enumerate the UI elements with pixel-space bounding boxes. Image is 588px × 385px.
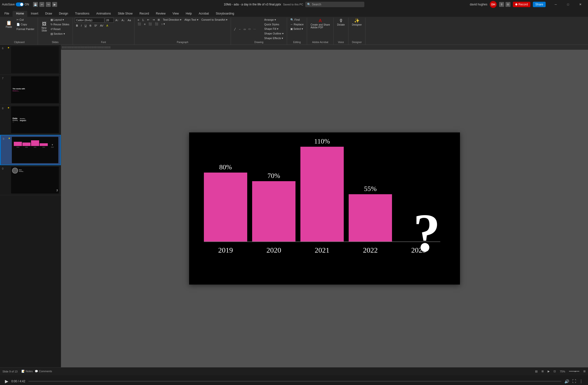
new-slide-button[interactable]: 🖼 NewSlide xyxy=(40,21,49,33)
shadow-button[interactable]: S² xyxy=(93,24,98,28)
minimize-button[interactable]: ─ xyxy=(550,0,561,9)
title-search[interactable]: 🔍 Search xyxy=(305,2,364,7)
shape-outline-button[interactable]: Shape Outline ▾ xyxy=(263,32,285,36)
align-left-button[interactable]: ⬛ xyxy=(136,22,142,26)
decrease-font-button[interactable]: A↓ xyxy=(120,18,126,22)
view-slide-sorter[interactable]: ⊞ xyxy=(542,370,544,373)
user-avatar[interactable]: DH xyxy=(490,1,497,8)
volume-icon[interactable]: 🔊 xyxy=(564,379,569,384)
tab-draw[interactable]: Draw xyxy=(42,11,55,17)
italic-button[interactable]: I xyxy=(80,24,83,28)
font-name-input[interactable] xyxy=(75,18,105,23)
indent-less-button[interactable]: ⇤ xyxy=(146,18,151,22)
zoom-slider[interactable]: ━━━●━━ xyxy=(569,370,579,373)
tab-design[interactable]: Design xyxy=(55,11,71,17)
tab-insert[interactable]: Insert xyxy=(27,11,42,17)
fit-slide-button[interactable]: ⊞ xyxy=(583,370,586,373)
bullets-button[interactable]: ≡ xyxy=(136,18,140,22)
char-spacing-button[interactable]: AV xyxy=(99,24,105,28)
slide-preview-7[interactable]: Tim meets with Mulberry_ xyxy=(11,76,59,103)
tab-review[interactable]: Review xyxy=(152,11,169,17)
slide-preview-9[interactable]: ? 2019 2020 2021 2022 2023 xyxy=(12,137,58,163)
underline-button[interactable]: U xyxy=(84,24,88,28)
tab-view[interactable]: View xyxy=(169,11,182,17)
maximize-button[interactable]: □ xyxy=(562,0,574,9)
cut-button[interactable]: ✂ Cut xyxy=(15,18,36,22)
autosave-toggle[interactable] xyxy=(16,2,24,6)
layout-button[interactable]: ▦ Layout ▾ xyxy=(49,18,71,22)
autosave-control[interactable]: AutoSave ON xyxy=(2,2,29,6)
reuse-slides-button[interactable]: ↻ Reuse Slides xyxy=(49,22,71,27)
font-size-input[interactable] xyxy=(105,18,114,23)
slide-thumb-8[interactable]: 8 ★ Data Modelling — Modelling Impact xyxy=(0,105,61,135)
shape-line[interactable]: ╱ xyxy=(233,27,237,31)
shape-oval[interactable]: ⬭ xyxy=(247,27,252,31)
view-normal[interactable]: ▤ xyxy=(535,370,538,373)
increase-font-button[interactable]: A↑ xyxy=(114,18,120,22)
tab-animations[interactable]: Animations xyxy=(93,11,114,17)
bold-button[interactable]: B xyxy=(75,24,79,28)
undo-icon[interactable]: ↩ xyxy=(39,2,44,7)
present-icon[interactable]: ▶ xyxy=(52,2,57,7)
columns-button[interactable]: ⊞ xyxy=(156,18,161,22)
section-button[interactable]: ▤ Section ▾ xyxy=(49,32,71,36)
slide-thumb-7[interactable]: 7 ★ Tim meets with Mulberry_ xyxy=(0,75,61,105)
text-direction-button[interactable]: Text Direction ▾ xyxy=(162,18,183,22)
comments-button[interactable]: 💬 Comments xyxy=(35,370,52,373)
record-button[interactable]: Record xyxy=(513,2,530,7)
close-button[interactable]: ✕ xyxy=(575,0,586,9)
numbering-button[interactable]: 1. xyxy=(141,18,146,22)
designer-button[interactable]: ✨ Designer xyxy=(350,18,363,27)
shape-effects-button[interactable]: Shape Effects ▾ xyxy=(263,36,285,40)
paste-button[interactable]: 📋 Paste xyxy=(3,20,15,29)
reset-button[interactable]: ↺ Reset xyxy=(49,27,71,31)
slide-preview-6[interactable]: Capacity Crisis? xyxy=(11,46,59,73)
select-button[interactable]: ▣ Select ▾ xyxy=(289,27,305,31)
active-slide[interactable]: 80% 70% 110% xyxy=(189,132,460,284)
create-share-button[interactable]: A Create and ShareAdobe PDF xyxy=(309,18,331,30)
tab-help[interactable]: Help xyxy=(182,11,195,17)
slide-preview-8[interactable]: Data Modelling — Modelling Impact xyxy=(11,106,59,133)
strikethrough-button[interactable]: S xyxy=(88,24,93,28)
arrange-button[interactable]: Arrange ▾ xyxy=(263,18,285,22)
shape-rect[interactable]: ▭ xyxy=(242,27,247,31)
slide-thumb-9[interactable]: 9 ★ ? 2019 2020 2021 2 xyxy=(0,135,61,165)
tab-transitions[interactable]: Transitions xyxy=(72,11,93,17)
tab-storyboarding[interactable]: Storyboarding xyxy=(212,11,238,17)
fullscreen-icon[interactable]: ⛶ xyxy=(572,379,576,384)
tab-acrobat[interactable]: Acrobat xyxy=(195,11,212,17)
dictate-button[interactable]: 🎙 Dictate xyxy=(336,18,346,27)
more-options-icon[interactable]: ⋮ xyxy=(579,379,583,384)
video-progress-bar[interactable] xyxy=(28,381,561,382)
shape-arrow[interactable]: → xyxy=(237,27,242,31)
shape-fill-button[interactable]: Shape Fill ▾ xyxy=(263,27,285,31)
line-spacing-button[interactable]: ↕ ▾ xyxy=(160,22,166,26)
shape-more[interactable]: ⋯ xyxy=(252,27,257,31)
share-button[interactable]: Share xyxy=(533,2,546,7)
save-icon[interactable]: 💾 xyxy=(33,2,38,7)
quick-styles-button[interactable]: Quick Styles xyxy=(263,22,285,26)
convert-smartart-button[interactable]: Convert to SmartArt ▾ xyxy=(200,18,229,22)
align-right-button[interactable]: ⬛ xyxy=(147,22,153,26)
play-button[interactable]: ▶ xyxy=(5,379,8,384)
tab-slideshow[interactable]: Slide Show xyxy=(114,11,136,17)
tab-home[interactable]: Home xyxy=(13,11,27,17)
copy-button[interactable]: 📄 Copy xyxy=(15,22,36,27)
notes-button[interactable]: 📝 Notes xyxy=(21,370,33,373)
clear-format-button[interactable]: Aa xyxy=(126,18,132,22)
view-reading[interactable]: ▶ xyxy=(548,370,550,373)
tab-record[interactable]: Record xyxy=(136,11,152,17)
align-center-button[interactable]: ≡ xyxy=(143,22,147,26)
microphone-icon[interactable]: 🎙 xyxy=(499,2,504,7)
slide-thumb-6[interactable]: 6 ★ Capacity Crisis? xyxy=(0,45,61,75)
replace-button[interactable]: ↔ Replace xyxy=(289,22,305,26)
justify-button[interactable]: ⬛ xyxy=(154,22,160,26)
font-color-button[interactable]: A xyxy=(105,24,109,28)
slide-thumb-10[interactable]: 0 ★ Meet Actuary... ? xyxy=(0,165,61,195)
view-presenter[interactable]: ⊡ xyxy=(553,370,556,373)
slide-preview-10[interactable]: Meet Actuary... ? xyxy=(11,167,59,193)
tab-file[interactable]: File xyxy=(1,11,13,17)
indent-more-button[interactable]: ⇥ xyxy=(151,18,156,22)
format-painter-button[interactable]: Format Painter xyxy=(15,27,36,31)
redo-icon[interactable]: ↪ xyxy=(46,2,51,7)
